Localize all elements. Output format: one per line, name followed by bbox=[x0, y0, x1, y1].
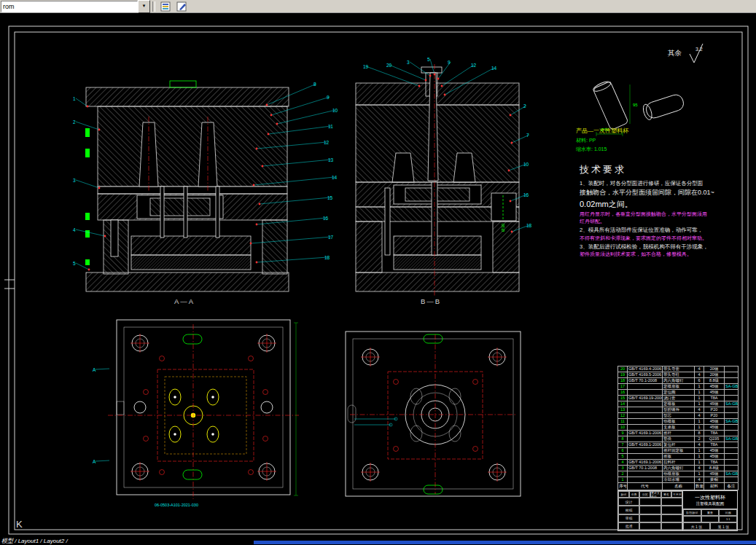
callout-label: 17 bbox=[328, 235, 334, 240]
tech-line: 不得有歪斜和卡滞现象，要求固定的零件不得相对窜动。 bbox=[580, 235, 739, 243]
callout-label: 12 bbox=[324, 140, 330, 145]
tech-line: 用红丹显示时，各垂直分型面接触吻合，水平分型面须用 bbox=[580, 211, 739, 219]
bom-row: 6推杆固定板145钢 bbox=[618, 448, 739, 454]
callout-label: 8 bbox=[313, 82, 316, 87]
technical-requirements: 技术要求 1、装配时，对各分型面进行修研，应保证各分型面接触吻合，水平分型面须留… bbox=[580, 163, 739, 259]
bom-row: 4GB/T 4169.1-2006拉料杆1T8A bbox=[618, 460, 739, 466]
layer-sheet-icon bbox=[160, 1, 171, 12]
toolbar-separator bbox=[152, 1, 155, 12]
bom-row: 11动模板145钢SA-GB模架 bbox=[618, 419, 739, 425]
bom-header-row: 序号代号名称数量材料备注 bbox=[618, 483, 739, 490]
callout-label: 5 bbox=[427, 57, 430, 62]
bom-row: 14定模板145钢SA-GB模架 bbox=[618, 401, 739, 407]
bom-row: 19GB/T 4169.5-2006带头导柱420钢 bbox=[618, 372, 739, 378]
bom-row: 1冷却水嘴4黄铜 bbox=[618, 477, 739, 483]
callout-label: 15 bbox=[327, 195, 333, 200]
section-a-label: A—A bbox=[174, 297, 195, 305]
tb-scale-value: 1:1 bbox=[719, 516, 737, 522]
make-layer-current-button[interactable] bbox=[174, 1, 190, 12]
drawing-subtitle: 注塑模具装配图 bbox=[696, 501, 725, 506]
callout-label: 19 bbox=[363, 64, 369, 69]
tech-line: 1、装配时，对各分型面进行修研，应保证各分型面 bbox=[580, 179, 739, 188]
combo-dropdown-arrow-icon[interactable]: ▼ bbox=[138, 0, 150, 13]
roughness-value-label: 3.2 bbox=[695, 47, 703, 52]
bom-row: 5推板145钢 bbox=[618, 454, 739, 460]
callout-label: 9 bbox=[327, 95, 330, 100]
tech-line: 2、模具所有活动部件应保证位置准确，动作可靠， bbox=[580, 226, 739, 235]
callout-label: A bbox=[93, 367, 96, 372]
tech-line: 塑件质量须达到技术要求，如不合格，修整模具。 bbox=[580, 251, 739, 259]
layer-properties-button[interactable] bbox=[157, 1, 174, 12]
bom-row: 18GB/T 70.1-2008内六角螺钉68.8级 bbox=[618, 378, 739, 384]
bottom-blue-bar bbox=[254, 541, 756, 544]
plan-view-moving-half bbox=[108, 320, 299, 499]
bom-row: 10支承板145钢 bbox=[618, 425, 739, 431]
bom-row: 16定位圈145钢 bbox=[618, 390, 739, 396]
section-b-label: B—B bbox=[421, 297, 441, 305]
product-material-label: 材料: PP bbox=[576, 138, 596, 144]
tb-approver-label: 批准 bbox=[618, 522, 639, 530]
tb-sheet-number: 第 1 张 bbox=[710, 522, 737, 530]
tb-sheets-total: 共 1 张 bbox=[683, 522, 710, 530]
title-block-revision-area: 标记 处数 分区 更改文件号 签名 年月日 设计 校核 审核 批准 bbox=[618, 491, 683, 530]
cup-height-dim: 95 bbox=[633, 103, 638, 107]
callout-label: 2 bbox=[73, 119, 76, 125]
callout-label: 7 bbox=[526, 133, 529, 138]
tech-line: 0.02mm之间。 bbox=[580, 198, 739, 211]
callout-label: 10 bbox=[332, 108, 338, 113]
callout-label: 16 bbox=[323, 216, 329, 221]
cad-application-window: { "toolbar": { "layer_value": "rom" }, "… bbox=[0, 0, 756, 545]
tech-line: 3、装配后进行试模检验，脱模机构不得有干涉现象， bbox=[580, 243, 739, 251]
bom-row: 15GB/T 4169.19-2006浇口套1T8A bbox=[618, 396, 739, 401]
bom-row: 13型腔镶件4P20 bbox=[618, 407, 739, 413]
tb-stage-label: 阶段标记 bbox=[683, 509, 701, 516]
title-block-title-area: 一次性塑料杯 注塑模具装配图 阶段标记 重量 比例 1:1 共 1 张 第 1 … bbox=[683, 491, 737, 530]
layer-pencil-icon bbox=[176, 1, 187, 12]
callout-label: 11 bbox=[328, 124, 333, 129]
callout-label: 14 bbox=[332, 175, 338, 180]
corner-mark-label: K bbox=[16, 519, 23, 530]
callout-label: 10 bbox=[523, 162, 529, 167]
tb-field: 分区 bbox=[639, 491, 650, 498]
section-view-a bbox=[85, 81, 289, 291]
tech-requirements-lines: 1、装配时，对各分型面进行修研，应保证各分型面接触吻合，水平分型面须留间隙，间隙… bbox=[580, 179, 739, 259]
top-toolbar: ▼ bbox=[0, 0, 756, 13]
drawing-title: 一次性塑料杯 bbox=[695, 494, 725, 501]
bom-row: 3GB/T 70.1-2008内六角螺钉48.8级 bbox=[618, 466, 739, 471]
tb-field: 处数 bbox=[629, 491, 640, 498]
callout-label: A bbox=[93, 459, 96, 464]
surface-roughness-symbol: 其余 3.2 bbox=[668, 44, 703, 63]
callout-label: 5 bbox=[73, 261, 76, 266]
callout-label: 20 bbox=[386, 63, 392, 68]
bom-row: 9GB/T 4169.1-2006推杆8T8A bbox=[618, 431, 739, 436]
callout-label: 14 bbox=[491, 66, 497, 71]
layer-combo-input[interactable] bbox=[1, 1, 138, 12]
tech-line: 红丹研配。 bbox=[580, 218, 739, 226]
tb-designer-label: 设计 bbox=[618, 498, 639, 506]
model-layout-tabs[interactable]: 模型 / Layout1 / Layout2 / bbox=[1, 537, 68, 545]
tb-reviewer-label: 审核 bbox=[618, 514, 639, 522]
title-block: 标记 处数 分区 更改文件号 签名 年月日 设计 校核 审核 批准 一次性塑料杯… bbox=[617, 490, 738, 531]
tb-field: 年月日 bbox=[671, 491, 682, 498]
callout-label: 18 bbox=[526, 223, 532, 228]
callout-label: 13 bbox=[328, 157, 334, 162]
bom-row: 17定模座板145钢SA-GB模架 bbox=[618, 384, 739, 390]
bom-row: 2动模座板145钢SA-GB模架 bbox=[618, 471, 739, 477]
drawing-canvas-area[interactable]: A—A Ø30 B—B bbox=[0, 13, 756, 545]
layer-combo[interactable]: ▼ bbox=[1, 1, 150, 12]
tech-requirements-title: 技术要求 bbox=[580, 163, 739, 176]
bom-row: 20GB/T 4169.4-2006带头导套420钢 bbox=[618, 366, 739, 372]
callout-label: 4 bbox=[73, 227, 76, 232]
callout-label: 2 bbox=[523, 103, 526, 109]
section-view-b: Ø30 bbox=[356, 64, 519, 296]
callout-label: 1 bbox=[73, 96, 76, 101]
tb-field: 更改文件号 bbox=[650, 491, 661, 498]
tb-field: 标记 bbox=[618, 491, 629, 498]
callout-label: 3 bbox=[407, 60, 410, 65]
plan-view-fixed-half bbox=[346, 332, 521, 496]
tb-scale-label: 比例 bbox=[719, 509, 737, 516]
callout-label: 18 bbox=[324, 255, 330, 260]
parts-list-table: 20GB/T 4169.4-2006带头导套420钢19GB/T 4169.5-… bbox=[617, 366, 739, 490]
view3-code-label: 06-0503-A101-2021-030 bbox=[155, 503, 198, 507]
core-diameter-dim: Ø30 bbox=[501, 223, 505, 232]
